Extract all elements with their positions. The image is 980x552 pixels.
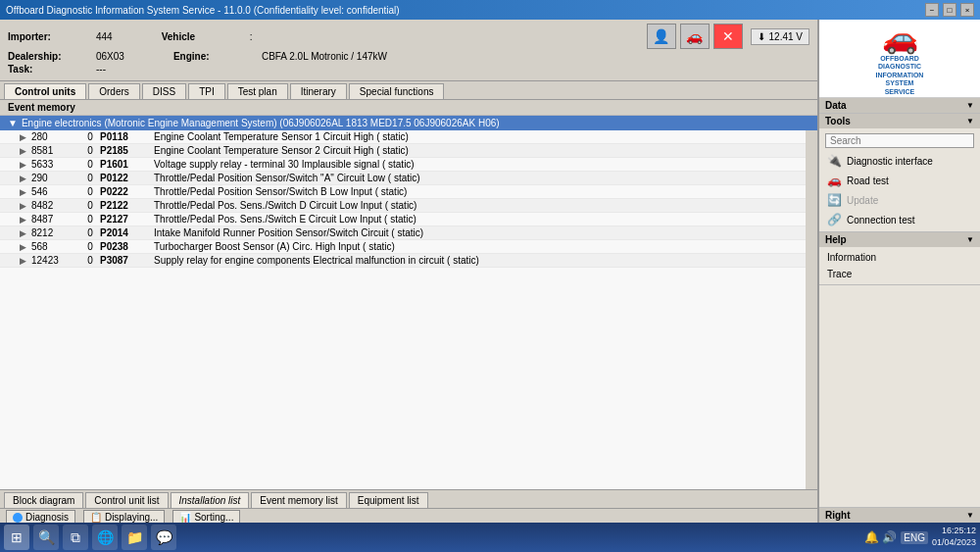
engine-electronics-row[interactable]: ▼ Engine electronics (Motronic Engine Ma… [0, 116, 817, 130]
data-section-header[interactable]: Data ▼ [819, 98, 980, 113]
fault-description: Throttle/Pedal Position Sensor/Switch "A… [154, 173, 809, 183]
tab-control-unit-list[interactable]: Control unit list [85, 492, 168, 508]
table-row[interactable]: ▶ 568 0 P0238 Turbocharger Boost Sensor … [0, 240, 817, 254]
search-taskbar-button[interactable]: 🔍 [33, 525, 59, 550]
fault-code: 8212 [31, 227, 80, 238]
expand-arrow: ▶ [20, 146, 31, 156]
connection-test-icon: 🔗 [827, 213, 841, 226]
start-button[interactable]: ⊞ [4, 525, 29, 550]
table-row[interactable]: ▶ 8482 0 P2122 Throttle/Pedal Pos. Sens.… [0, 199, 817, 213]
diagnostic-interface-item[interactable]: 🔌 Diagnostic interface [819, 151, 980, 171]
tab-special-functions[interactable]: Special functions [349, 83, 445, 99]
clock-date: 01/04/2023 [932, 537, 976, 549]
clock: 16:25:12 01/04/2023 [932, 526, 976, 548]
table-row[interactable]: ▶ 5633 0 P1601 Voltage supply relay - te… [0, 158, 817, 172]
info-row-2: Dealership: 06X03 Engine: CBFA 2.0L Motr… [8, 51, 809, 62]
language-indicator[interactable]: ENG [901, 531, 928, 544]
fault-description: Voltage supply relay - terminal 30 Impla… [154, 159, 809, 170]
task-value: --- [96, 64, 106, 75]
taskbar-right: 🔔 🔊 ENG 16:25:12 01/04/2023 [864, 526, 976, 548]
bottom-tab-bar: Block diagram Control unit list Installa… [0, 489, 817, 508]
fault-count: 0 [80, 159, 100, 170]
fault-table-container[interactable]: ▶ 280 0 P0118 Engine Coolant Temperature… [0, 130, 817, 489]
fault-dtc: P3087 [100, 255, 154, 266]
table-row[interactable]: ▶ 8487 0 P2127 Throttle/Pedal Pos. Sens.… [0, 213, 817, 226]
battery-voltage: 12.41 V [769, 31, 803, 42]
trace-label: Trace [827, 269, 852, 279]
help-section-header[interactable]: Help ▼ [819, 232, 980, 247]
data-section-arrow: ▼ [966, 101, 974, 110]
tab-block-diagram[interactable]: Block diagram [4, 492, 83, 508]
connection-test-item[interactable]: 🔗 Connection test [819, 210, 980, 229]
tab-control-units[interactable]: Control units [4, 83, 86, 99]
importer-value: 444 [96, 31, 113, 42]
task-view-button[interactable]: ⧉ [63, 525, 88, 550]
road-test-item[interactable]: 🚗 Road test [819, 171, 980, 190]
scrollbar[interactable] [806, 130, 817, 489]
brand-logo: 🚗 OFFBOARDDIAGNOSTICINFORMATIONSYSTEMSER… [876, 21, 924, 96]
edge-button[interactable]: 🌐 [92, 525, 118, 550]
road-test-label: Road test [847, 176, 889, 186]
fault-code: 8487 [31, 214, 80, 225]
fault-description: Throttle/Pedal Pos. Sens./Switch E Circu… [154, 214, 809, 225]
table-row[interactable]: ▶ 12423 0 P3087 Supply relay for engine … [0, 254, 817, 268]
search-input[interactable] [825, 133, 974, 148]
fault-dtc: P0122 [100, 173, 154, 183]
maximize-button[interactable]: □ [943, 3, 956, 17]
table-row[interactable]: ▶ 290 0 P0122 Throttle/Pedal Position Se… [0, 172, 817, 185]
logo-text: OFFBOARDDIAGNOSTICINFORMATIONSYSTEMSERVI… [876, 55, 924, 96]
fault-code: 280 [31, 131, 80, 142]
search-container [819, 130, 980, 151]
trace-item[interactable]: Trace [819, 266, 980, 282]
table-row[interactable]: ▶ 8212 0 P2014 Intake Manifold Runner Po… [0, 226, 817, 240]
expand-arrow-main: ▼ [8, 118, 18, 128]
fault-count: 0 [80, 173, 100, 183]
icon-person[interactable]: 👤 [647, 24, 676, 49]
table-row[interactable]: ▶ 8581 0 P2185 Engine Coolant Temperatur… [0, 144, 817, 158]
update-item[interactable]: 🔄 Update [819, 190, 980, 210]
help-section-content: Information Trace [819, 247, 980, 284]
fault-dtc: P2127 [100, 214, 154, 225]
fault-dtc: P0118 [100, 131, 154, 142]
data-section: Data ▼ [819, 98, 980, 114]
fault-dtc: P0238 [100, 241, 154, 252]
table-row[interactable]: ▶ 546 0 P0222 Throttle/Pedal Position Se… [0, 185, 817, 199]
tab-installation-list[interactable]: Installation list [171, 492, 250, 508]
info-row-1: Importer: 444 Vehicle : 👤 🚗 ✕ ⬇ 12.41 V [8, 24, 809, 49]
right-section-label: Right [825, 510, 851, 521]
tab-itinerary[interactable]: Itinerary [290, 83, 347, 99]
tools-section-header[interactable]: Tools ▼ [819, 114, 980, 128]
fault-count: 0 [80, 227, 100, 238]
tab-diss[interactable]: DISS [142, 83, 186, 99]
fault-dtc: P0222 [100, 186, 154, 197]
information-label: Information [827, 252, 876, 263]
tab-test-plan[interactable]: Test plan [227, 83, 288, 99]
tab-orders[interactable]: Orders [88, 83, 140, 99]
update-label: Update [847, 195, 878, 206]
right-section-header[interactable]: Right ▼ [819, 508, 980, 523]
window-controls: − □ × [925, 3, 974, 17]
main-container: Importer: 444 Vehicle : 👤 🚗 ✕ ⬇ 12.41 V [0, 20, 980, 552]
close-button[interactable]: × [960, 3, 974, 17]
icon-car[interactable]: 🚗 [680, 24, 710, 49]
tab-event-memory-list[interactable]: Event memory list [251, 492, 346, 508]
icon-cancel[interactable]: ✕ [713, 24, 743, 49]
app-title: Offboard Diagnostic Information System S… [6, 5, 400, 16]
fault-code: 8482 [31, 200, 80, 211]
help-section: Help ▼ Information Trace [819, 232, 980, 285]
expand-arrow: ▶ [20, 160, 31, 170]
tab-equipment-list[interactable]: Equipment list [349, 492, 428, 508]
chat-button[interactable]: 💬 [151, 525, 176, 550]
explorer-button[interactable]: 📁 [122, 525, 147, 550]
help-section-label: Help [825, 234, 847, 245]
tab-tpi[interactable]: TPI [188, 83, 225, 99]
fault-count: 0 [80, 131, 100, 142]
event-memory-label: Event memory [8, 102, 75, 113]
information-item[interactable]: Information [819, 249, 980, 266]
minimize-button[interactable]: − [925, 3, 939, 17]
fault-dtc: P2122 [100, 200, 154, 211]
table-row[interactable]: ▶ 280 0 P0118 Engine Coolant Temperature… [0, 130, 817, 144]
left-panel: Importer: 444 Vehicle : 👤 🚗 ✕ ⬇ 12.41 V [0, 20, 818, 552]
connection-test-label: Connection test [847, 215, 915, 226]
expand-arrow: ▶ [20, 256, 31, 266]
